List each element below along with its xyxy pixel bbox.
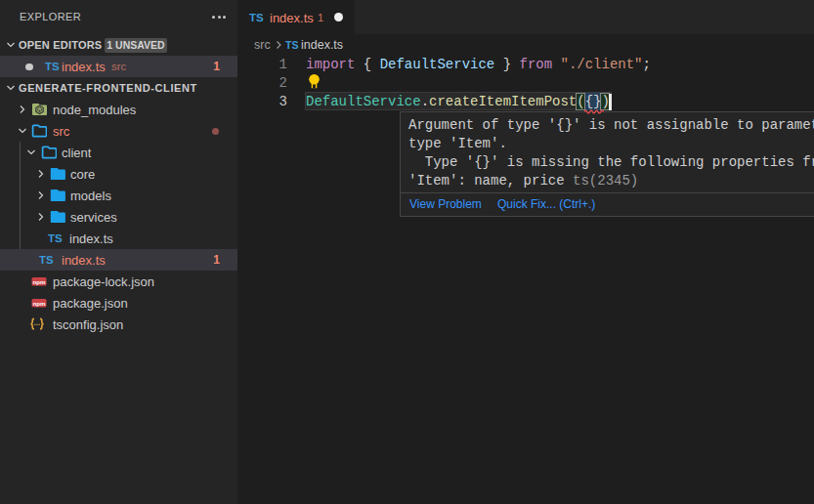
svg-text:npm: npm [32,300,46,307]
svg-text:npm: npm [32,278,46,285]
